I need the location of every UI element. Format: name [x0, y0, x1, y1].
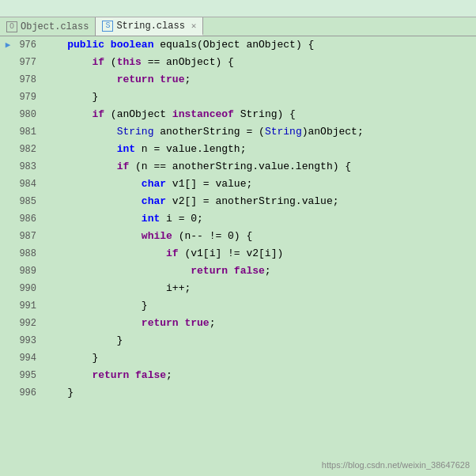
line-content: while (n-- != 0) { — [43, 228, 476, 245]
line-number: 987 — [14, 228, 43, 245]
code-line: 978 return true; — [0, 71, 476, 89]
code-line: 989 return false; — [0, 263, 476, 280]
tab-bar: O Object.class S String.class ✕ — [0, 17, 476, 36]
code-line: 983 if (n == anotherString.value.length)… — [0, 158, 476, 176]
code-area: ▶976 public boolean equals(Object anObje… — [0, 36, 476, 402]
line-number: 983 — [14, 158, 43, 176]
line-number: 977 — [14, 54, 43, 71]
code-line: 977 if (this == anObject) { — [0, 54, 476, 71]
code-line: 994 } — [0, 349, 476, 367]
tab-string-class[interactable]: S String.class ✕ — [96, 17, 203, 36]
line-content: if (v1[i] != v2[i]) — [43, 245, 476, 263]
object-tab-icon: O — [6, 21, 17, 32]
string-tab-icon: S — [102, 21, 113, 32]
line-number: 995 — [14, 367, 43, 384]
line-number: 992 — [14, 315, 43, 332]
line-number: 978 — [14, 71, 43, 89]
code-line: 985 char v2[] = anotherString.value; — [0, 193, 476, 210]
line-content: } — [43, 89, 476, 106]
line-content: } — [43, 297, 476, 315]
code-line: 991 } — [0, 297, 476, 315]
code-line: 996 } — [0, 384, 476, 402]
code-line: 986 int i = 0; — [0, 210, 476, 228]
line-content: public boolean equals(Object anObject) { — [43, 36, 476, 54]
watermark: https://blog.csdn.net/weixin_38647628 — [322, 460, 470, 470]
line-marker: ▶ — [0, 36, 14, 54]
line-number: 979 — [14, 89, 43, 106]
code-line: 982 int n = value.length; — [0, 141, 476, 158]
code-line: 984 char v1[] = value; — [0, 176, 476, 193]
toolbar — [0, 0, 476, 17]
line-number: 990 — [14, 280, 43, 297]
line-number: 985 — [14, 193, 43, 210]
code-line: ▶976 public boolean equals(Object anObje… — [0, 36, 476, 54]
line-content: char v2[] = anotherString.value; — [43, 193, 476, 210]
code-line: 981 String anotherString = (String)anObj… — [0, 123, 476, 141]
line-content: char v1[] = value; — [43, 176, 476, 193]
line-number: 989 — [14, 263, 43, 280]
line-number: 980 — [14, 106, 43, 123]
line-content: } — [43, 332, 476, 349]
line-content: if (anObject instanceof String) { — [43, 106, 476, 123]
line-content: if (this == anObject) { — [43, 54, 476, 71]
line-content: } — [43, 384, 476, 402]
code-line: 979 } — [0, 89, 476, 106]
line-content: int n = value.length; — [43, 141, 476, 158]
line-number: 976 — [14, 36, 43, 54]
code-line: 990 i++; — [0, 280, 476, 297]
line-content: return true; — [43, 315, 476, 332]
line-content: int i = 0; — [43, 210, 476, 228]
line-number: 988 — [14, 245, 43, 263]
line-content: return true; — [43, 71, 476, 89]
line-number: 994 — [14, 349, 43, 367]
line-content: return false; — [43, 263, 476, 280]
line-content: String anotherString = (String)anObject; — [43, 123, 476, 141]
code-line: 980 if (anObject instanceof String) { — [0, 106, 476, 123]
line-number: 981 — [14, 123, 43, 141]
line-content: i++; — [43, 280, 476, 297]
line-number: 991 — [14, 297, 43, 315]
line-number: 984 — [14, 176, 43, 193]
code-line: 987 while (n-- != 0) { — [0, 228, 476, 245]
code-line: 988 if (v1[i] != v2[i]) — [0, 245, 476, 263]
close-icon[interactable]: ✕ — [191, 21, 197, 31]
code-line: 993 } — [0, 332, 476, 349]
code-line: 992 return true; — [0, 315, 476, 332]
object-tab-label: Object.class — [21, 21, 89, 32]
string-tab-label: String.class — [116, 21, 184, 32]
line-number: 986 — [14, 210, 43, 228]
line-number: 996 — [14, 384, 43, 402]
tab-object-class[interactable]: O Object.class — [0, 17, 96, 36]
code-line: 995 return false; — [0, 367, 476, 384]
line-content: return false; — [43, 367, 476, 384]
line-content: if (n == anotherString.value.length) { — [43, 158, 476, 176]
line-number: 993 — [14, 332, 43, 349]
line-content: } — [43, 349, 476, 367]
line-number: 982 — [14, 141, 43, 158]
